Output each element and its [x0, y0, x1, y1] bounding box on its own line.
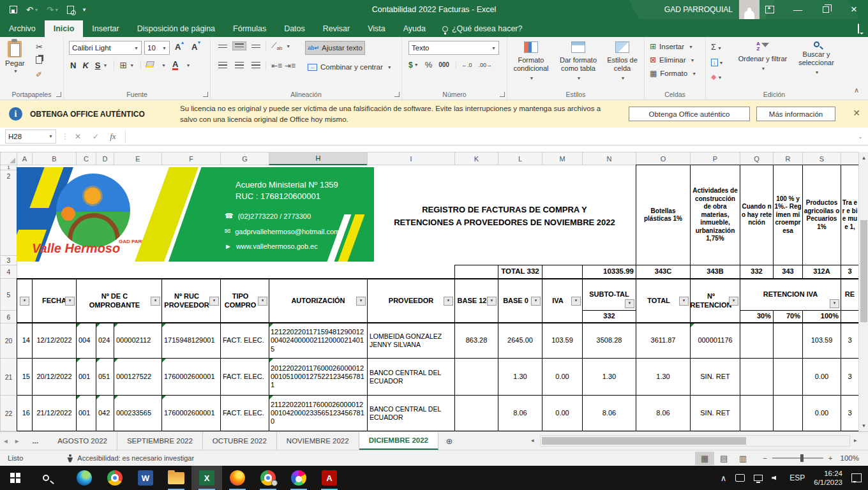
- header-proveedor[interactable]: PROVEEDOR▼: [367, 278, 455, 323]
- cell-serie2[interactable]: 042: [96, 395, 114, 431]
- cat-header-botellas[interactable]: Botellas plásticas 1%: [636, 165, 691, 265]
- cell-base12[interactable]: [454, 358, 498, 396]
- close-button[interactable]: ×: [840, 0, 868, 19]
- row-header-22[interactable]: 22: [0, 395, 17, 431]
- cell-item[interactable]: 15: [17, 358, 33, 396]
- cell-comprobante[interactable]: 000002112: [114, 323, 162, 359]
- header-base12[interactable]: BASE 12▼: [454, 278, 498, 323]
- tab-insertar[interactable]: Insertar: [83, 20, 128, 37]
- code-312A[interactable]: 312A: [802, 265, 841, 279]
- copy-icon[interactable]: [36, 56, 42, 64]
- tab-vista[interactable]: Vista: [359, 20, 394, 37]
- fill-button[interactable]: ↓▼: [711, 57, 723, 66]
- cell-iva[interactable]: 0.00: [542, 395, 583, 431]
- header-subtotal-code[interactable]: 332: [582, 310, 636, 323]
- cell-ret100[interactable]: 0.00: [802, 395, 841, 431]
- filter-icon[interactable]: ▼: [679, 297, 689, 306]
- cell-M4[interactable]: [542, 265, 583, 279]
- header-autorizacion[interactable]: AUTORIZACIÓN▼: [269, 278, 368, 323]
- vertical-scrollbar[interactable]: ▲ ▼: [858, 152, 868, 431]
- col-header-P[interactable]: P: [690, 152, 740, 165]
- cat-header-partial[interactable]: Tra er e bie mue 1,: [841, 165, 859, 265]
- header-100[interactable]: 100%: [802, 310, 841, 323]
- col-header-I[interactable]: I: [367, 152, 455, 165]
- cat-header-construccion[interactable]: Actividades de construcción de obra mate…: [690, 165, 740, 265]
- more-info-button[interactable]: Más información: [756, 107, 835, 121]
- cell-autorizacion[interactable]: 2112202201176000260000120010420002335651…: [269, 395, 368, 431]
- cell-base12[interactable]: [454, 395, 498, 431]
- cell-re-partial[interactable]: 3: [841, 358, 859, 396]
- cut-button[interactable]: ✂: [36, 42, 43, 52]
- taskbar-word[interactable]: W: [130, 466, 161, 490]
- cell-proveedor[interactable]: BANCO CENTRAL DEL ECUADOR: [367, 358, 455, 396]
- decrease-font-icon[interactable]: A▼: [191, 42, 197, 52]
- sheet-tab-diciembre[interactable]: DICIEMBRE 2022: [359, 432, 438, 450]
- col-header-T-partial[interactable]: [841, 152, 859, 165]
- header-comprobante[interactable]: Nº DE C OMPROBANTE▼: [76, 278, 162, 323]
- taskbar-chrome-profile[interactable]: [253, 466, 283, 490]
- header-iva[interactable]: IVA▼: [542, 278, 583, 323]
- page-break-view-button[interactable]: ▥: [733, 452, 752, 465]
- cell-tipo[interactable]: FACT. ELEC.: [220, 358, 269, 396]
- clipboard-dialog-launcher[interactable]: [56, 92, 61, 97]
- hscroll-left-icon[interactable]: ◂: [531, 437, 534, 443]
- fill-color-button[interactable]: [140, 61, 154, 70]
- cell-base0[interactable]: 8.06: [498, 395, 542, 431]
- code-partial[interactable]: 3: [841, 265, 859, 279]
- col-header-H[interactable]: H: [269, 152, 368, 165]
- code-343[interactable]: 343: [773, 265, 803, 279]
- network-icon[interactable]: [754, 475, 763, 481]
- expand-formula-bar-icon[interactable]: ⌄: [858, 133, 863, 140]
- start-button[interactable]: [0, 466, 31, 490]
- cell-ret100[interactable]: 103.59: [802, 323, 841, 359]
- increase-indent-icon[interactable]: ⇥≡: [285, 61, 296, 70]
- header-A-filter[interactable]: ▼: [17, 278, 33, 323]
- cell-base12[interactable]: 863.28: [454, 323, 498, 359]
- filter-icon[interactable]: ▼: [625, 299, 634, 308]
- cell-item[interactable]: 14: [17, 323, 33, 359]
- header-ruc[interactable]: Nº RUC PROVEEDOR▼: [161, 278, 221, 323]
- underline-button[interactable]: S: [95, 61, 101, 70]
- col-header-F[interactable]: F: [161, 152, 221, 165]
- header-30[interactable]: 30%: [740, 310, 774, 323]
- tab-revisar[interactable]: Revisar: [314, 20, 359, 37]
- conditional-formatting-button[interactable]: Formato condicional ▼: [507, 37, 555, 88]
- cell-fecha[interactable]: 21/12/2022: [32, 395, 77, 431]
- col-header-E[interactable]: E: [114, 152, 162, 165]
- cell-ret30[interactable]: [740, 358, 774, 396]
- decrease-indent-icon[interactable]: ⇤≡: [266, 61, 282, 70]
- cell-ret70[interactable]: [773, 358, 803, 396]
- filter-icon[interactable]: ▼: [151, 297, 160, 306]
- cell-base0[interactable]: 2645.00: [498, 323, 542, 359]
- wrap-text-button[interactable]: ab↵ Ajustar texto: [305, 41, 365, 55]
- font-color-icon[interactable]: A: [172, 61, 178, 70]
- comma-style-button[interactable]: 000: [438, 61, 449, 68]
- filter-icon[interactable]: ▼: [531, 297, 541, 306]
- cell-proveedor[interactable]: BANCO CENTRAL DEL ECUADOR: [367, 395, 455, 431]
- cell-K4[interactable]: [454, 265, 498, 279]
- cell-ret30[interactable]: [740, 395, 774, 431]
- zoom-slider-thumb[interactable]: [800, 454, 804, 462]
- cat-header-microempresa[interactable]: 100 % y 1%.- Regimen microempresa: [773, 165, 803, 265]
- font-dialog-launcher[interactable]: [203, 92, 208, 97]
- delete-cells-button[interactable]: ⊠ Eliminar ▼: [650, 56, 705, 64]
- row-header-3[interactable]: 3: [0, 255, 17, 265]
- align-left-button[interactable]: [216, 60, 230, 71]
- cell-tipo[interactable]: FACT. ELEC.: [220, 323, 269, 359]
- cell-serie2[interactable]: 051: [96, 358, 114, 396]
- cell-base0[interactable]: 1.30: [498, 358, 542, 396]
- autosum-button[interactable]: Σ▼: [711, 42, 722, 52]
- format-painter-icon[interactable]: ✐: [36, 70, 42, 79]
- cell-styles-button[interactable]: Estilos de celda ▼: [602, 37, 643, 88]
- header-70[interactable]: 70%: [773, 310, 803, 323]
- tab-formulas[interactable]: Fórmulas: [224, 20, 275, 37]
- tab-datos[interactable]: Datos: [275, 20, 314, 37]
- header-total[interactable]: TOTAL▼: [636, 278, 691, 323]
- paste-button[interactable]: Pegar ▼: [5, 41, 25, 73]
- cell-fecha[interactable]: 12/12/2022: [32, 323, 77, 359]
- taskbar-adobe-reader[interactable]: A: [314, 466, 345, 490]
- total-332-value[interactable]: 10335.99: [582, 265, 636, 279]
- scroll-up-icon[interactable]: ▲: [859, 152, 868, 163]
- col-header-M[interactable]: M: [542, 152, 583, 165]
- horizontal-scrollbar[interactable]: [540, 435, 850, 447]
